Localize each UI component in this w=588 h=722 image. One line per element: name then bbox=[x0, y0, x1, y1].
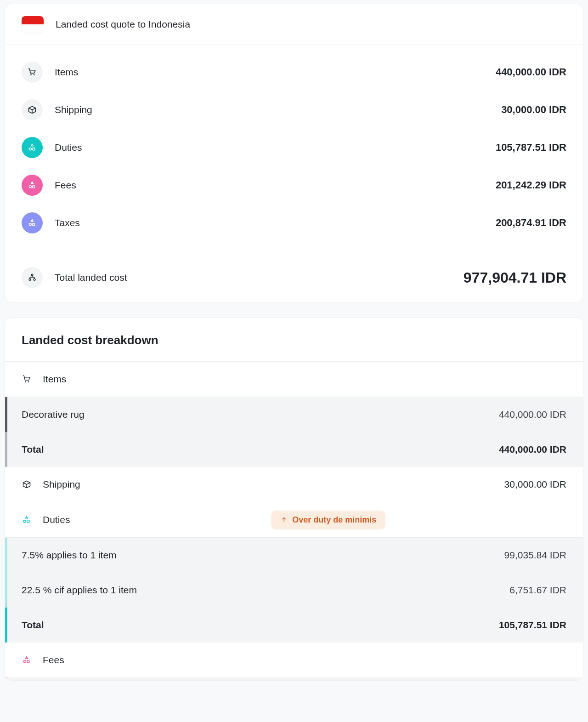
summary-value: 201,242.29 IDR bbox=[496, 179, 566, 191]
section-value: 30,000.00 IDR bbox=[504, 479, 566, 490]
summary-label: Taxes bbox=[55, 217, 496, 228]
total-value: 440,000.00 IDR bbox=[499, 444, 566, 455]
quote-header: Landed cost quote to Indonesia bbox=[5, 4, 583, 45]
shapes-icon bbox=[22, 137, 43, 158]
summary-row-taxes: Taxes 200,874.91 IDR bbox=[22, 204, 566, 242]
summary-value: 30,000.00 IDR bbox=[501, 104, 566, 116]
de-minimis-badge: Over duty de minimis bbox=[271, 511, 385, 529]
section-label: Fees bbox=[43, 654, 64, 665]
summary-label: Items bbox=[55, 67, 496, 78]
duty-desc: 7.5% applies to 1 item bbox=[22, 550, 504, 561]
total-value: 977,904.71 IDR bbox=[464, 269, 566, 286]
badge-text: Over duty de minimis bbox=[292, 515, 376, 525]
indonesia-flag-icon bbox=[22, 16, 44, 33]
breakdown-items-row: Decorative rug 440,000.00 IDR bbox=[5, 397, 583, 432]
breakdown-items-total: Total 440,000.00 IDR bbox=[5, 432, 583, 467]
arrow-up-icon bbox=[280, 516, 288, 523]
section-label: Items bbox=[43, 374, 66, 385]
quote-total-row: Total landed cost 977,904.71 IDR bbox=[5, 253, 583, 302]
breakdown-duties-header[interactable]: Duties Over duty de minimis bbox=[5, 502, 583, 538]
summary-row-items: Items 440,000.00 IDR bbox=[22, 53, 566, 91]
breakdown-duty-row: 7.5% applies to 1 item 99,035.84 IDR bbox=[5, 538, 583, 573]
breakdown-shipping-row[interactable]: Shipping 30,000.00 IDR bbox=[5, 467, 583, 502]
summary-value: 200,874.91 IDR bbox=[496, 217, 566, 229]
box-icon bbox=[22, 99, 43, 120]
breakdown-title: Landed cost breakdown bbox=[22, 333, 566, 347]
breakdown-header: Landed cost breakdown bbox=[5, 318, 583, 362]
total-label: Total bbox=[22, 620, 499, 631]
summary-label: Fees bbox=[55, 180, 496, 191]
shapes-icon bbox=[22, 655, 32, 665]
summary-value: 105,787.51 IDR bbox=[496, 142, 566, 153]
duty-desc: 22.5 % cif applies to 1 item bbox=[22, 585, 509, 596]
quote-rows: Items 440,000.00 IDR Shipping 30,000.00 … bbox=[5, 45, 583, 253]
summary-row-fees: Fees 201,242.29 IDR bbox=[22, 166, 566, 204]
breakdown-fees-header[interactable]: Fees bbox=[5, 642, 583, 677]
shapes-icon bbox=[22, 175, 43, 196]
summary-value: 440,000.00 IDR bbox=[496, 66, 566, 78]
summary-label: Shipping bbox=[55, 104, 501, 115]
duty-value: 99,035.84 IDR bbox=[504, 550, 566, 561]
item-value: 440,000.00 IDR bbox=[499, 409, 566, 420]
duty-value: 6,751.67 IDR bbox=[509, 585, 566, 596]
summary-row-duties: Duties 105,787.51 IDR bbox=[22, 129, 566, 166]
cart-icon bbox=[22, 62, 43, 83]
tree-icon bbox=[22, 267, 43, 288]
section-label: Shipping bbox=[43, 479, 80, 490]
section-label: Duties bbox=[43, 514, 70, 525]
summary-row-shipping: Shipping 30,000.00 IDR bbox=[22, 91, 566, 129]
summary-label: Duties bbox=[55, 142, 496, 153]
total-label: Total bbox=[22, 444, 499, 455]
shapes-icon bbox=[22, 212, 43, 233]
breakdown-card: Landed cost breakdown Items Decorative r… bbox=[5, 317, 583, 681]
quote-title: Landed cost quote to Indonesia bbox=[56, 19, 190, 30]
box-icon bbox=[22, 479, 32, 489]
breakdown-items-header[interactable]: Items bbox=[5, 362, 583, 397]
cart-icon bbox=[22, 374, 32, 384]
breakdown-fees-stripe bbox=[5, 677, 583, 680]
quote-summary-card: Landed cost quote to Indonesia Items 440… bbox=[5, 4, 583, 302]
breakdown-duty-row: 22.5 % cif applies to 1 item 6,751.67 ID… bbox=[5, 573, 583, 608]
breakdown-duties-total: Total 105,787.51 IDR bbox=[5, 608, 583, 642]
shapes-icon bbox=[22, 515, 32, 525]
total-label: Total landed cost bbox=[55, 272, 464, 283]
total-value: 105,787.51 IDR bbox=[499, 620, 566, 631]
item-name: Decorative rug bbox=[22, 409, 499, 420]
